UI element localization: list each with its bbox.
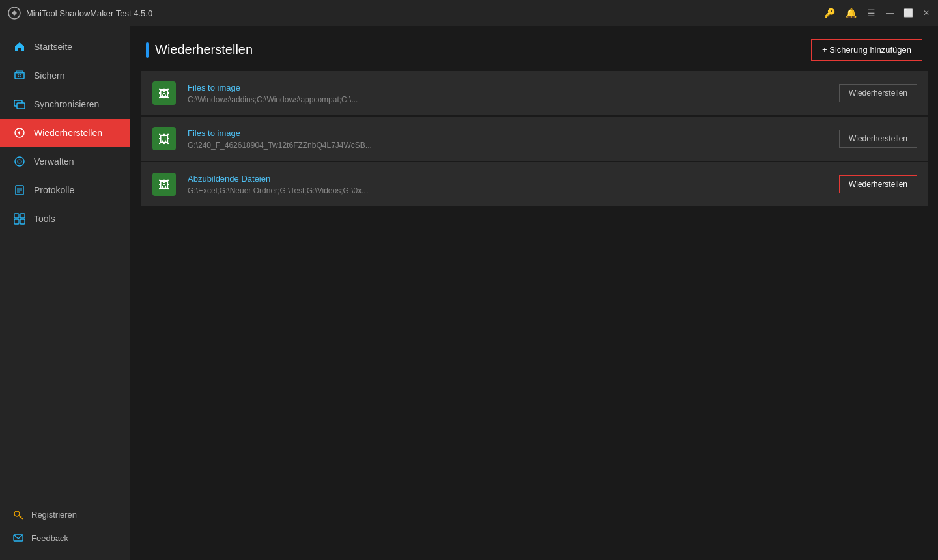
page-title: Wiederherstellen bbox=[155, 42, 253, 57]
backup-item-name-0: Files to image bbox=[188, 83, 829, 92]
backup-item-path-0: C:\Windows\addins;C:\Windows\appcompat;C… bbox=[188, 95, 829, 104]
sidebar-item-verwalten[interactable]: Verwalten bbox=[0, 147, 130, 176]
title-accent bbox=[146, 42, 149, 58]
sidebar-label-protokolle: Protokolle bbox=[34, 185, 74, 195]
svg-text:🖼: 🖼 bbox=[158, 133, 170, 146]
backup-item-2: 🖼 Abzubildende Dateien G:\Excel;G:\Neuer… bbox=[141, 162, 928, 206]
add-backup-button[interactable]: + Sicherung hinzufügen bbox=[811, 39, 922, 61]
backup-item-path-2: G:\Excel;G:\Neuer Ordner;G:\Test;G:\Vide… bbox=[188, 186, 829, 195]
backup-icon bbox=[13, 69, 26, 82]
svg-rect-5 bbox=[17, 103, 25, 109]
sync-icon bbox=[13, 98, 26, 111]
backup-item-0: 🖼 Files to image C:\Windows\addins;C:\Wi… bbox=[141, 71, 928, 115]
svg-rect-15 bbox=[14, 219, 19, 224]
minimize-button[interactable]: — bbox=[886, 9, 894, 17]
sidebar-nav: Startseite Sichern bbox=[0, 26, 130, 492]
backup-list: 🖼 Files to image C:\Windows\addins;C:\Wi… bbox=[130, 71, 938, 206]
svg-text:🖼: 🖼 bbox=[158, 87, 170, 100]
restore-button-0[interactable]: Wiederherstellen bbox=[839, 84, 917, 102]
svg-rect-14 bbox=[20, 214, 25, 218]
sidebar-label-startseite: Startseite bbox=[34, 42, 72, 52]
home-icon bbox=[13, 40, 26, 53]
restore-button-2[interactable]: Wiederherstellen bbox=[839, 175, 917, 193]
sidebar-item-sichern[interactable]: Sichern bbox=[0, 61, 130, 90]
menu-icon[interactable]: ☰ bbox=[867, 8, 875, 18]
svg-point-8 bbox=[18, 160, 21, 163]
sidebar-item-wiederherstellen[interactable]: Wiederherstellen bbox=[0, 119, 130, 147]
sidebar-bottom: Registrieren Feedback bbox=[0, 492, 130, 560]
restore-icon bbox=[13, 126, 26, 139]
backup-type-icon-0: 🖼 bbox=[151, 80, 177, 106]
backup-type-icon-1: 🖼 bbox=[151, 126, 177, 152]
mail-icon bbox=[13, 533, 23, 543]
svg-rect-16 bbox=[20, 219, 25, 224]
svg-point-17 bbox=[14, 511, 20, 516]
backup-item-info-0: Files to image C:\Windows\addins;C:\Wind… bbox=[188, 83, 829, 104]
backup-item-info-2: Abzubildende Dateien G:\Excel;G:\Neuer O… bbox=[188, 174, 829, 195]
svg-point-7 bbox=[15, 157, 24, 166]
sidebar-item-feedback[interactable]: Feedback bbox=[0, 526, 130, 550]
sidebar-item-startseite[interactable]: Startseite bbox=[0, 33, 130, 61]
backup-type-icon-2: 🖼 bbox=[151, 171, 177, 197]
svg-rect-13 bbox=[14, 214, 19, 218]
manage-icon bbox=[13, 155, 26, 168]
backup-item-name-1: Files to image bbox=[188, 128, 829, 138]
logs-icon bbox=[13, 184, 26, 197]
main-layout: Startseite Sichern bbox=[0, 26, 938, 560]
key-icon-sidebar bbox=[13, 509, 23, 520]
titlebar-controls: 🔑 🔔 ☰ — ⬜ ✕ bbox=[824, 8, 930, 18]
key-icon[interactable]: 🔑 bbox=[824, 8, 835, 18]
close-button[interactable]: ✕ bbox=[922, 9, 930, 17]
feedback-label: Feedback bbox=[31, 533, 68, 543]
sidebar: Startseite Sichern bbox=[0, 26, 130, 560]
backup-item-info-1: Files to image G:\240_F_462618904_Tw12t6… bbox=[188, 128, 829, 150]
sidebar-label-wiederherstellen: Wiederherstellen bbox=[34, 128, 102, 138]
backup-item-path-1: G:\240_F_462618904_Tw12t6FZZnbQ4L7J4WcSB… bbox=[188, 141, 829, 150]
sidebar-label-sichern: Sichern bbox=[34, 70, 64, 81]
svg-point-3 bbox=[18, 74, 21, 77]
svg-text:🖼: 🖼 bbox=[158, 178, 170, 191]
tools-icon bbox=[13, 212, 26, 225]
content-area: Wiederherstellen + Sicherung hinzufügen … bbox=[130, 26, 938, 560]
app-logo bbox=[8, 7, 21, 20]
sidebar-label-verwalten: Verwalten bbox=[34, 156, 74, 167]
backup-item-name-2: Abzubildende Dateien bbox=[188, 174, 829, 184]
sidebar-item-registrieren[interactable]: Registrieren bbox=[0, 503, 130, 526]
backup-item-1: 🖼 Files to image G:\240_F_462618904_Tw12… bbox=[141, 117, 928, 161]
app-title: MiniTool ShadowMaker Test 4.5.0 bbox=[26, 8, 824, 18]
titlebar: MiniTool ShadowMaker Test 4.5.0 🔑 🔔 ☰ — … bbox=[0, 0, 938, 26]
sidebar-label-synchronisieren: Synchronisieren bbox=[34, 99, 99, 109]
sidebar-item-tools[interactable]: Tools bbox=[0, 204, 130, 233]
notification-icon[interactable]: 🔔 bbox=[846, 8, 857, 18]
content-title-container: Wiederherstellen bbox=[146, 42, 253, 58]
sidebar-item-protokolle[interactable]: Protokolle bbox=[0, 176, 130, 204]
sidebar-item-synchronisieren[interactable]: Synchronisieren bbox=[0, 90, 130, 119]
maximize-button[interactable]: ⬜ bbox=[904, 9, 912, 17]
sidebar-label-tools: Tools bbox=[34, 214, 55, 224]
content-header: Wiederherstellen + Sicherung hinzufügen bbox=[130, 26, 938, 71]
restore-button-1[interactable]: Wiederherstellen bbox=[839, 130, 917, 148]
registrieren-label: Registrieren bbox=[31, 510, 77, 520]
